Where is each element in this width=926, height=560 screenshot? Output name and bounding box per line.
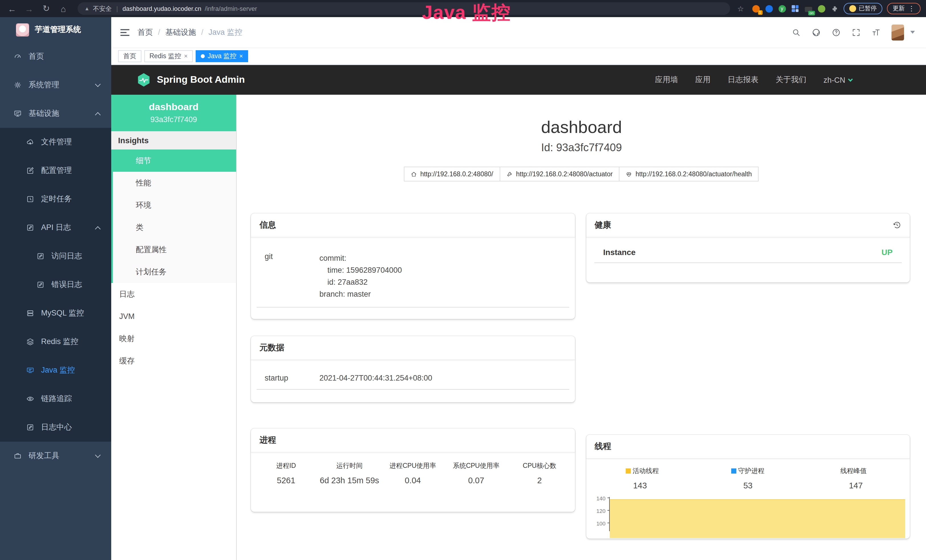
chrome-update-button[interactable]: 更新 ⋮ <box>887 3 921 14</box>
sba-item-mappings[interactable]: 映射 <box>111 327 236 350</box>
health-url-button[interactable]: http://192.168.0.2:48080/actuator/health <box>619 166 759 182</box>
not-secure-label[interactable]: 不安全 <box>93 4 112 13</box>
sba-item-metrics[interactable]: 性能 <box>113 172 236 194</box>
app-title: 芋道管理系统 <box>35 24 81 35</box>
health-instance-label: Instance <box>603 248 635 257</box>
health-instance-row[interactable]: Instance UP <box>594 238 902 263</box>
process-col-cores: CPU核心数 <box>508 462 571 470</box>
health-card-title: 健康 <box>586 213 910 238</box>
process-table: 进程ID 运行时间 进程CPU使用率 系统CPU使用率 CPU核心数 5261 … <box>251 453 575 488</box>
sba-nav-wallboard[interactable]: 应用墙 <box>655 75 678 85</box>
extensions-puzzle-icon[interactable] <box>830 4 839 13</box>
hamburger-icon[interactable] <box>120 29 130 36</box>
sba-navbar: Spring Boot Admin 应用墙 应用 日志报表 关于我们 zh-CN <box>111 65 926 95</box>
service-url-button[interactable]: http://192.168.0.2:48080/ <box>404 166 500 182</box>
screen: ← → ↻ ⌂ ▲ 不安全 | dashboard.yudao.iocoder.… <box>0 0 926 560</box>
app-logo <box>16 23 29 36</box>
github-icon[interactable] <box>812 28 821 37</box>
sidebar-item-java-monitor[interactable]: Java 监控 <box>0 356 111 384</box>
sidebar-item-config-management[interactable]: 配置管理 <box>0 156 111 185</box>
extension-grid-icon[interactable] <box>791 4 799 13</box>
url-path: /infra/admin-server <box>205 5 257 12</box>
sidebar-item-file-management[interactable]: 文件管理 <box>0 128 111 156</box>
sidebar-item-log-center[interactable]: 日志中心 <box>0 413 111 442</box>
instance-links: http://192.168.0.2:48080/ http://192.168… <box>237 166 926 182</box>
sba-nav-about[interactable]: 关于我们 <box>775 75 806 85</box>
sba-nav-applications[interactable]: 应用 <box>695 75 710 85</box>
sidebar-submenu-infrastructure: 文件管理 配置管理 定时任务 API 日志 访问日志 <box>0 128 111 442</box>
user-avatar[interactable] <box>891 24 904 40</box>
sidebar-item-infrastructure[interactable]: 基础设施 <box>0 99 111 128</box>
monitor-icon <box>14 109 22 118</box>
sba-item-classes[interactable]: 类 <box>113 216 236 239</box>
cloud-upload-icon <box>26 138 34 146</box>
heart-icon <box>626 171 632 177</box>
history-icon[interactable] <box>893 221 901 229</box>
edit-square-icon <box>26 166 34 175</box>
browser-menu-icon[interactable]: ⋮ <box>908 5 915 12</box>
help-icon[interactable] <box>832 28 841 37</box>
threads-card-title: 线程 <box>586 435 910 459</box>
fullscreen-icon[interactable] <box>852 28 861 37</box>
extension-orange-icon[interactable]: 1 <box>752 4 760 13</box>
extension-leaf-icon[interactable] <box>817 4 826 13</box>
sidebar-item-dev-tools[interactable]: 研发工具 <box>0 442 111 470</box>
actuator-url-button[interactable]: http://192.168.0.2:48080/actuator <box>499 166 619 182</box>
sidebar-item-access-logs[interactable]: 访问日志 <box>0 242 111 271</box>
sba-language-select[interactable]: zh-CN <box>823 76 856 84</box>
daemon-threads-value: 53 <box>694 481 802 490</box>
address-bar[interactable]: ▲ 不安全 | dashboard.yudao.iocoder.cn/infra… <box>77 2 730 15</box>
process-sys-cpu-value: 0.07 <box>445 476 508 485</box>
sba-nav-journal[interactable]: 日志报表 <box>728 75 758 85</box>
tab-java-monitor[interactable]: Java 监控 × <box>196 50 248 62</box>
sba-item-logs[interactable]: 日志 <box>111 283 236 305</box>
extension-list-icon[interactable]: on <box>804 4 813 13</box>
profile-paused-chip[interactable]: 已暂停 <box>843 3 882 14</box>
sba-item-config-props[interactable]: 配置属性 <box>113 239 236 261</box>
sba-brand[interactable]: Spring Boot Admin <box>136 73 245 87</box>
sba-item-jvm[interactable]: JVM <box>111 305 236 327</box>
sba-item-scheduled-tasks[interactable]: 计划任务 <box>113 261 236 283</box>
browser-reload-icon[interactable]: ↻ <box>40 3 53 14</box>
extension-pin-icon[interactable] <box>764 4 773 13</box>
sba-item-caches[interactable]: 缓存 <box>111 350 236 372</box>
sidebar-item-home[interactable]: 首页 <box>0 42 111 71</box>
breadcrumb-home[interactable]: 首页 <box>138 27 153 37</box>
browser-back-icon[interactable]: ← <box>6 4 18 14</box>
sidebar-item-error-logs[interactable]: 错误日志 <box>0 271 111 299</box>
process-uptime-value: 6d 23h 15m 59s <box>318 476 381 485</box>
sidebar-item-api-logs[interactable]: API 日志 <box>0 213 111 242</box>
process-card-title: 进程 <box>251 428 575 453</box>
font-size-icon[interactable] <box>872 28 881 37</box>
chevron-down-icon[interactable] <box>910 31 915 34</box>
tab-redis-monitor[interactable]: Redis 监控 × <box>144 50 193 62</box>
extension-y-icon[interactable]: y <box>778 4 786 13</box>
sba-item-environment[interactable]: 环境 <box>113 194 236 216</box>
omnibox-divider: | <box>117 5 118 12</box>
active-threads-value: 143 <box>586 481 694 490</box>
page-title: dashboard <box>237 118 926 137</box>
browser-forward-icon[interactable]: → <box>23 4 35 14</box>
app-logo-row[interactable]: 芋道管理系统 <box>0 17 111 42</box>
sidebar-item-scheduled-jobs[interactable]: 定时任务 <box>0 185 111 213</box>
sidebar-item-redis-monitor[interactable]: Redis 监控 <box>0 327 111 356</box>
breadcrumb-infrastructure[interactable]: 基础设施 <box>165 27 196 37</box>
process-col-uptime: 运行时间 <box>318 462 381 470</box>
sba-instance-header[interactable]: dashboard 93a3fc7f7409 <box>111 95 236 131</box>
home-icon <box>411 171 417 177</box>
sba-sidebar: dashboard 93a3fc7f7409 Insights 细节 性能 环境… <box>111 95 237 560</box>
breadcrumb-separator: / <box>201 28 204 36</box>
sba-item-details[interactable]: 细节 <box>113 150 236 172</box>
threads-chart: 140 120 100 <box>592 497 908 531</box>
threads-legend: 活动线程 守护进程 线程峰值 <box>586 459 910 475</box>
sidebar-item-system[interactable]: 系统管理 <box>0 71 111 99</box>
sidebar-item-mysql-monitor[interactable]: MySQL 监控 <box>0 299 111 327</box>
close-icon[interactable]: × <box>239 53 243 59</box>
browser-home-icon[interactable]: ⌂ <box>57 4 70 14</box>
tab-home[interactable]: 首页 <box>118 50 141 62</box>
bookmark-star-icon[interactable]: ☆ <box>734 4 747 13</box>
chevron-down-icon <box>848 77 853 82</box>
close-icon[interactable]: × <box>184 53 188 59</box>
search-icon[interactable] <box>792 28 801 37</box>
sidebar-item-tracing[interactable]: 链路追踪 <box>0 384 111 413</box>
